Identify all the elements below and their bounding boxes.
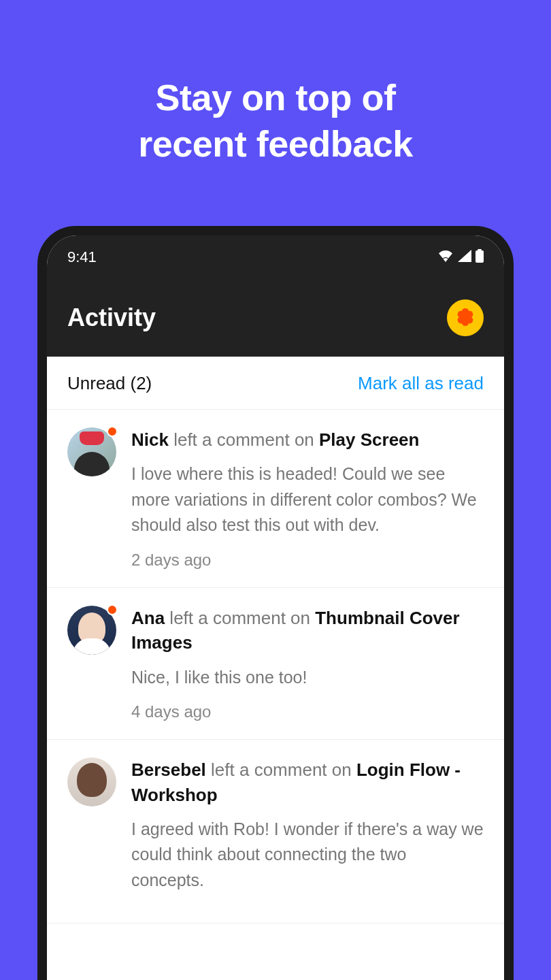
avatar [67,757,116,806]
avatar-wrap [67,427,116,570]
activity-item-title: Nick left a comment on Play Screen [131,427,484,452]
avatar-wrap [67,606,116,721]
activity-user: Bersebel [131,760,206,780]
activity-item[interactable]: Bersebel left a comment on Login Flow - … [47,740,504,924]
activity-sep: left a comment on [206,760,356,780]
unread-dot-icon [107,426,118,437]
profile-button[interactable] [447,299,484,336]
phone-frame: 9:41 Activity [37,226,514,980]
activity-item-body: Bersebel left a comment on Login Flow - … [131,757,484,905]
activity-comment-text: Nice, I like this one too! [131,665,484,691]
activity-target: Play Screen [319,429,419,450]
activity-item-title: Bersebel left a comment on Login Flow - … [131,757,484,807]
battery-icon [475,249,484,265]
activity-comment-text: I agreed with Rob! I wonder if there's a… [131,817,484,894]
activity-item[interactable]: Nick left a comment on Play Screen I lov… [47,410,504,588]
activity-timestamp: 2 days ago [131,551,484,570]
activity-sep: left a comment on [169,429,319,450]
activity-content: Unread (2) Mark all as read Nick left a … [47,357,504,980]
cell-signal-icon [458,250,471,265]
status-icons [437,249,484,265]
hero-line-2: recent feedback [138,123,413,164]
activity-item-title: Ana left a comment on Thumbnail Cover Im… [131,606,484,655]
wifi-icon [437,250,454,265]
avatar-wrap [67,757,116,905]
activity-item-body: Nick left a comment on Play Screen I lov… [131,427,484,570]
activity-item-body: Ana left a comment on Thumbnail Cover Im… [131,606,484,721]
profile-flower-icon [454,306,476,330]
svg-rect-0 [478,249,482,250]
phone-screen: 9:41 Activity [47,235,504,980]
page-title: Activity [67,304,156,332]
activity-user: Ana [131,608,165,628]
activity-user: Nick [131,429,169,450]
unread-count-label[interactable]: Unread (2) [67,373,152,394]
filter-bar: Unread (2) Mark all as read [47,357,504,410]
svg-rect-1 [475,250,484,263]
activity-sep: left a comment on [165,608,315,628]
hero-line-1: Stay on top of [156,77,396,118]
app-header: Activity [47,279,504,357]
activity-timestamp: 4 days ago [131,702,484,721]
mark-all-read-button[interactable]: Mark all as read [358,373,484,394]
hero-headline: Stay on top of recent feedback [0,0,551,167]
status-time: 9:41 [67,248,97,266]
activity-comment-text: I love where this is headed! Could we se… [131,461,484,538]
status-bar: 9:41 [47,235,504,279]
activity-item[interactable]: Ana left a comment on Thumbnail Cover Im… [47,588,504,740]
unread-dot-icon [107,604,118,615]
